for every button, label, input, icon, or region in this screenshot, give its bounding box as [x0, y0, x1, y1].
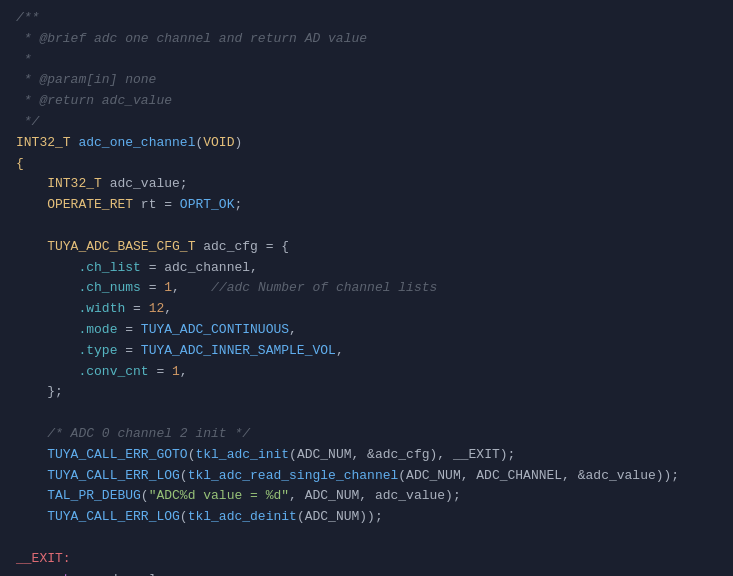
code-token: = adc_channel,	[141, 258, 258, 279]
code-line: .type = TUYA_ADC_INNER_SAMPLE_VOL,	[0, 341, 733, 362]
code-token: (	[188, 445, 196, 466]
code-token: =	[149, 362, 172, 383]
code-line: TUYA_ADC_BASE_CFG_T adc_cfg = {	[0, 237, 733, 258]
code-token	[16, 174, 47, 195]
code-line	[0, 216, 733, 237]
code-token: , ADC_NUM, adc_value);	[289, 486, 461, 507]
code-token: .mode	[78, 320, 117, 341]
code-token: TUYA_ADC_INNER_SAMPLE_VOL	[141, 341, 336, 362]
code-line: .ch_list = adc_channel,	[0, 258, 733, 279]
code-line: .width = 12,	[0, 299, 733, 320]
code-token	[16, 466, 47, 487]
code-token: return	[47, 570, 94, 576]
code-token: (ADC_NUM, ADC_CHANNEL, &adc_value));	[398, 466, 679, 487]
code-line: TAL_PR_DEBUG("ADC%d value = %d", ADC_NUM…	[0, 486, 733, 507]
code-token: TUYA_CALL_ERR_LOG	[47, 466, 180, 487]
code-line: * @brief adc one channel and return AD v…	[0, 29, 733, 50]
code-line: return adc_value;	[0, 570, 733, 576]
code-token: TUYA_ADC_BASE_CFG_T	[47, 237, 195, 258]
code-token: (	[141, 486, 149, 507]
code-token: VOID	[203, 133, 234, 154]
code-token: 1	[172, 362, 180, 383]
code-token	[16, 320, 78, 341]
code-line: OPERATE_RET rt = OPRT_OK;	[0, 195, 733, 216]
code-token: ,	[172, 278, 180, 299]
code-line	[0, 403, 733, 424]
code-token: OPRT_OK	[180, 195, 235, 216]
code-line: * @return adc_value	[0, 91, 733, 112]
code-token: ;	[234, 195, 242, 216]
code-token: tkl_adc_deinit	[188, 507, 297, 528]
code-token	[16, 341, 78, 362]
code-token	[16, 507, 47, 528]
code-line: {	[0, 154, 733, 175]
code-line: * @param[in] none	[0, 70, 733, 91]
code-token	[16, 299, 78, 320]
code-token: "ADC%d value = %d"	[149, 486, 289, 507]
code-token: *	[16, 50, 32, 71]
code-token: (ADC_NUM));	[297, 507, 383, 528]
code-token: tkl_adc_read_single_channel	[188, 466, 399, 487]
code-token: =	[141, 278, 164, 299]
code-token	[16, 486, 47, 507]
code-line	[0, 528, 733, 549]
code-token: adc_value;	[94, 570, 180, 576]
code-token	[16, 237, 47, 258]
code-token: =	[117, 320, 140, 341]
code-line: /* ADC 0 channel 2 init */	[0, 424, 733, 445]
code-line: */	[0, 112, 733, 133]
code-token: TUYA_CALL_ERR_GOTO	[47, 445, 187, 466]
code-token: //adc Number of channel lists	[180, 278, 437, 299]
code-line: };	[0, 382, 733, 403]
code-token: (	[180, 466, 188, 487]
code-token: .ch_list	[78, 258, 140, 279]
code-token	[16, 195, 47, 216]
code-line: __EXIT:	[0, 549, 733, 570]
code-token: adc_value;	[102, 174, 188, 195]
code-token: ,	[164, 299, 172, 320]
code-token	[16, 382, 47, 403]
code-line: *	[0, 50, 733, 71]
code-line: .mode = TUYA_ADC_CONTINUOUS,	[0, 320, 733, 341]
code-token: TAL_PR_DEBUG	[47, 486, 141, 507]
code-token: /**	[16, 8, 39, 29]
code-token: ,	[336, 341, 344, 362]
code-token: )	[234, 133, 242, 154]
code-token: (ADC_NUM, &adc_cfg), __EXIT);	[289, 445, 515, 466]
code-token: rt =	[133, 195, 180, 216]
code-line: TUYA_CALL_ERR_LOG(tkl_adc_read_single_ch…	[0, 466, 733, 487]
code-token: (	[180, 507, 188, 528]
code-token	[16, 258, 78, 279]
code-token	[16, 570, 47, 576]
code-token: /* ADC 0 channel 2 init */	[16, 424, 250, 445]
code-token: * @brief adc one channel and return AD v…	[16, 29, 367, 50]
code-line: TUYA_CALL_ERR_GOTO(tkl_adc_init(ADC_NUM,…	[0, 445, 733, 466]
code-token: * @return adc_value	[16, 91, 172, 112]
code-line: TUYA_CALL_ERR_LOG(tkl_adc_deinit(ADC_NUM…	[0, 507, 733, 528]
code-token: };	[47, 382, 63, 403]
code-token: .ch_nums	[78, 278, 140, 299]
code-token: {	[16, 154, 24, 175]
code-token: */	[16, 112, 39, 133]
code-token: adc_cfg = {	[195, 237, 289, 258]
code-token	[16, 278, 78, 299]
code-token: INT32_T	[47, 174, 102, 195]
code-token: adc_one_channel	[78, 133, 195, 154]
code-token: 12	[149, 299, 165, 320]
code-line: /**	[0, 8, 733, 29]
code-line: .ch_nums = 1, //adc Number of channel li…	[0, 278, 733, 299]
code-token: =	[117, 341, 140, 362]
code-token: tkl_adc_init	[195, 445, 289, 466]
code-token: OPERATE_RET	[47, 195, 133, 216]
code-token: TUYA_ADC_CONTINUOUS	[141, 320, 289, 341]
code-editor: /** * @brief adc one channel and return …	[0, 0, 733, 576]
code-token: ,	[180, 362, 188, 383]
code-token: .type	[78, 341, 117, 362]
code-token	[71, 133, 79, 154]
code-line: .conv_cnt = 1,	[0, 362, 733, 383]
code-token: INT32_T	[16, 133, 71, 154]
code-token: (	[195, 133, 203, 154]
code-token: =	[125, 299, 148, 320]
code-line: INT32_T adc_value;	[0, 174, 733, 195]
code-token: 1	[164, 278, 172, 299]
